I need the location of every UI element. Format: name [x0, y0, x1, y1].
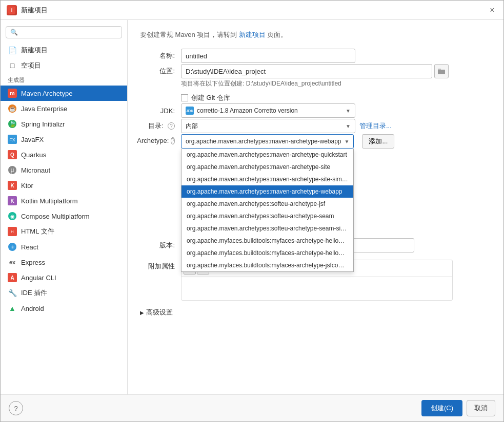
manage-catalog-link[interactable]: 管理目录...: [359, 121, 392, 131]
notice-suffix: 页面。: [267, 31, 287, 38]
sidebar-item-compose-multiplatform[interactable]: ◉ Compose Multiplatform: [1, 208, 127, 224]
additional-label: 附加属性: [140, 260, 181, 271]
advanced-section: ▶ 高级设置: [140, 305, 491, 320]
sidebar-item-html[interactable]: H HTML 文件: [1, 224, 127, 239]
sidebar-item-label: Ktor: [21, 182, 33, 189]
empty-project-icon: □: [8, 61, 17, 70]
catalog-label: 目录:: [148, 121, 166, 131]
search-input[interactable]: [20, 29, 117, 36]
location-input[interactable]: [181, 64, 432, 78]
location-row-inner: [181, 64, 449, 78]
sidebar-item-java-enterprise[interactable]: ☕ Java Enterprise: [1, 101, 127, 116]
git-label: 创建 Git 仓库: [191, 93, 230, 102]
angular-icon: A: [8, 273, 17, 282]
sidebar-item-spring-initializr[interactable]: 🍃 Spring Initializr: [1, 116, 127, 132]
sidebar-item-javafx[interactable]: FX JavaFX: [1, 132, 127, 147]
help-icon: ?: [14, 405, 17, 412]
sidebar-item-express[interactable]: ex Express: [1, 255, 127, 270]
footer: ? 创建(C) 取消: [1, 394, 503, 421]
sidebar-item-label: Express: [21, 259, 45, 266]
archetype-label: Archetype:: [137, 137, 169, 144]
name-input[interactable]: [181, 49, 355, 63]
maven-icon: m: [8, 89, 17, 98]
jdk-value: corretto-1.8 Amazon Corretto version: [197, 107, 342, 114]
sidebar-item-micronaut[interactable]: μ Micronaut: [1, 162, 127, 178]
close-button[interactable]: ×: [487, 5, 497, 15]
add-archetype-button[interactable]: 添加...: [362, 134, 394, 149]
ktor-icon: K: [8, 181, 17, 190]
ide-plugin-icon: 🔧: [8, 288, 17, 298]
path-hint: 项目将在以下位置创建: D:\study\IDEA\idea_project\u…: [181, 79, 491, 88]
archetype-controls: org.apache.maven.archetypes:maven-archet…: [181, 134, 394, 149]
sidebar-item-label: Compose Multiplatform: [21, 213, 90, 220]
create-button[interactable]: 创建(C): [421, 400, 462, 416]
notice-link[interactable]: 新建项目: [239, 31, 266, 38]
html-icon: H: [8, 227, 17, 236]
browse-folder-button[interactable]: [434, 64, 449, 78]
svg-text:Q: Q: [10, 152, 14, 158]
sidebar-item-label: Java Enterprise: [21, 105, 67, 113]
svg-text:K: K: [10, 183, 14, 188]
quarkus-icon: Q: [8, 150, 17, 159]
svg-text:m: m: [10, 90, 15, 96]
sidebar-item-kotlin-multiplatform[interactable]: K Kotlin Multiplatform: [1, 193, 127, 208]
dropdown-item-webapp[interactable]: org.apache.maven.archetypes:maven-archet…: [182, 185, 353, 198]
help-button[interactable]: ?: [9, 401, 23, 415]
react-icon: ⚛: [8, 242, 17, 251]
sidebar-item-angular[interactable]: A Angular CLI: [1, 270, 127, 285]
advanced-label: 高级设置: [146, 308, 173, 317]
dialog-title: 新建项目: [21, 6, 48, 15]
sidebar-item-android[interactable]: ▲ Android: [1, 301, 127, 316]
jdk-select[interactable]: JDK corretto-1.8 Amazon Corretto version…: [181, 103, 355, 118]
archetype-select[interactable]: org.apache.maven.archetypes:maven-archet…: [181, 134, 354, 149]
dropdown-item-quickstart[interactable]: org.apache.maven.archetypes:maven-archet…: [182, 149, 353, 161]
dropdown-item-softeu-jsf[interactable]: org.apache.maven.archetypes:softeu-arche…: [182, 198, 353, 210]
dropdown-item-myfaces2[interactable]: org.apache.myfaces.buildtools:myfaces-ar…: [182, 247, 353, 259]
sidebar-item-react[interactable]: ⚛ React: [1, 239, 127, 255]
location-label: 位置:: [140, 67, 181, 76]
svg-text:i: i: [11, 8, 13, 13]
search-box[interactable]: 🔍: [6, 26, 122, 38]
catalog-help-icon[interactable]: ?: [168, 122, 175, 130]
sidebar-item-quarkus[interactable]: Q Quarkus: [1, 147, 127, 162]
express-icon: ex: [8, 258, 17, 267]
cancel-button[interactable]: 取消: [467, 400, 495, 416]
dropdown-item-myfaces1[interactable]: org.apache.myfaces.buildtools:myfaces-ar…: [182, 235, 353, 247]
sidebar-item-label: Quarkus: [21, 151, 46, 159]
git-row: 创建 Git 仓库: [181, 93, 491, 102]
sidebar-item-maven-archetype[interactable]: m Maven Archetype: [1, 86, 127, 101]
archetype-dropdown-list: org.apache.maven.archetypes:maven-archet…: [181, 149, 354, 272]
android-icon: ▲: [8, 304, 17, 313]
git-checkbox[interactable]: [181, 94, 188, 101]
dropdown-item-site[interactable]: org.apache.maven.archetypes:maven-archet…: [182, 161, 353, 173]
svg-rect-26: [438, 70, 445, 74]
sidebar-item-empty-project[interactable]: □ 空项目: [1, 58, 127, 73]
dropdown-item-softeu-seam[interactable]: org.apache.maven.archetypes:softeu-arche…: [182, 210, 353, 222]
java-enterprise-icon: ☕: [8, 104, 17, 113]
catalog-select[interactable]: 内部 ▼: [181, 119, 355, 133]
archetype-dropdown-container: org.apache.maven.archetypes:maven-archet…: [181, 134, 354, 149]
jdk-dropdown-arrow: ▼: [346, 108, 351, 114]
dropdown-item-myfaces-jsfcompo[interactable]: org.apache.myfaces.buildtools:myfaces-ar…: [182, 259, 353, 271]
search-icon: 🔍: [10, 29, 18, 36]
new-project-icon: 📄: [8, 46, 17, 55]
location-row: 位置:: [140, 64, 491, 78]
sidebar-item-new-project[interactable]: 📄 新建项目: [1, 43, 127, 58]
archetype-help-icon[interactable]: ?: [171, 137, 175, 144]
advanced-chevron-icon: ▶: [140, 310, 144, 315]
footer-buttons: 创建(C) 取消: [421, 400, 495, 416]
advanced-toggle[interactable]: ▶ 高级设置: [140, 305, 491, 320]
main-panel: 要创建常规 Maven 项目，请转到 新建项目 页面。 名称: 位置:: [128, 20, 503, 394]
jdk-label: JDK:: [140, 107, 181, 115]
sidebar-item-ktor[interactable]: K Ktor: [1, 178, 127, 193]
dropdown-item-softeu-seam-simple[interactable]: org.apache.maven.archetypes:softeu-arche…: [182, 222, 353, 235]
title-bar: i 新建项目 ×: [1, 1, 503, 20]
kotlin-icon: K: [8, 196, 17, 205]
svg-text:⚛: ⚛: [10, 244, 15, 250]
catalog-dropdown-arrow: ▼: [346, 123, 351, 129]
dialog-content: 🔍 📄 新建项目 □ 空项目 生成器 m Maven: [1, 20, 503, 394]
svg-text:🍃: 🍃: [9, 120, 16, 128]
jdk-row: JDK: JDK corretto-1.8 Amazon Corretto ve…: [140, 103, 491, 118]
sidebar-item-ide-plugin[interactable]: 🔧 IDE 插件: [1, 285, 127, 301]
dropdown-item-site-simple[interactable]: org.apache.maven.archetypes:maven-archet…: [182, 173, 353, 185]
